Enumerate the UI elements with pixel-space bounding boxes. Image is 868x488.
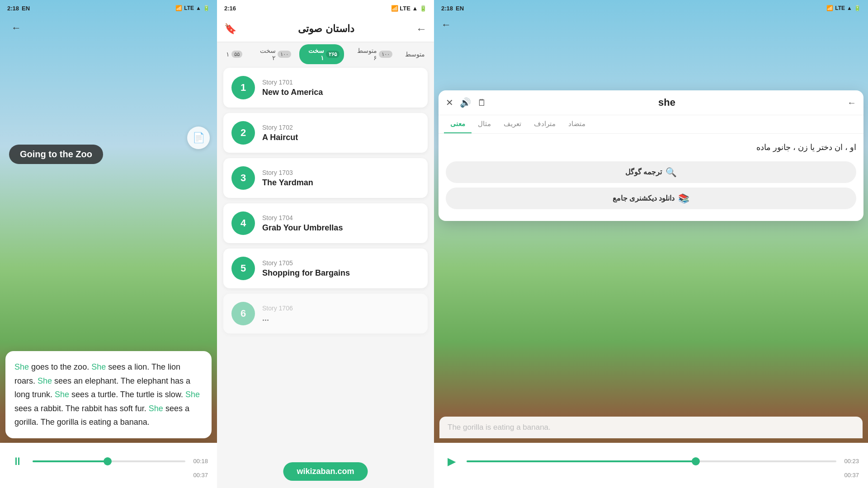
player-bar-panel1: ⏸ 00:18 00:37	[0, 443, 217, 488]
tab-mutuasit6[interactable]: ۱۰۰ متوسط ۶	[348, 44, 397, 64]
story-item-1705[interactable]: 5 Story 1705 Shopping for Bargains	[223, 249, 428, 288]
tab-55[interactable]: ۵۵ ۱	[222, 48, 247, 61]
text-segment-4: sees a turtle. The turtle is slow.	[71, 390, 185, 399]
story-name-1: New to America	[262, 88, 420, 97]
panel2-title: داستان صوتی	[298, 23, 354, 35]
google-translate-label: ترجمه گوگل	[625, 168, 662, 176]
story-list: 1 Story 1701 New to America 2 Story 1702…	[217, 63, 434, 488]
status-bar-panel2: 2:16 📶 LTE ▲ 🔋	[217, 0, 434, 16]
tab-mutuasit[interactable]: متوسط	[401, 48, 429, 61]
story-text-card: She goes to the zoo. She sees a lion. Th…	[5, 351, 212, 438]
story-title-text: Going to the Zoo	[20, 149, 92, 159]
story-label-6: Story 1706	[262, 305, 420, 312]
dict-tab-tarif[interactable]: تعریف	[497, 115, 528, 133]
status-lang-p3: EN	[456, 5, 464, 12]
signal-icon-p3: 📶	[826, 5, 833, 11]
story-label-3: Story 1703	[262, 169, 420, 176]
she-word-6[interactable]: She	[149, 404, 163, 413]
she-word-3[interactable]: She	[38, 376, 52, 385]
tab-label-4: سخت ۲	[255, 47, 276, 61]
progress-thumb[interactable]	[104, 457, 112, 465]
story-name-6: ...	[262, 314, 420, 323]
story-item-1703[interactable]: 3 Story 1703 The Yardman	[223, 158, 428, 198]
she-word-5[interactable]: She	[185, 390, 200, 399]
bookmark-icon[interactable]: 🔖	[224, 23, 236, 35]
download-dictionary-button[interactable]: 📚 دانلود دیکشنری جامع	[446, 188, 856, 209]
story-info-5: Story 1705 Shopping for Bargains	[262, 259, 420, 278]
lte-label: LTE	[184, 5, 194, 11]
speaker-icon[interactable]: 🔊	[460, 97, 471, 108]
story-number-1: 1	[231, 76, 255, 99]
she-word-2[interactable]: She	[91, 362, 106, 371]
status-time-p3: 2:18	[441, 5, 453, 12]
dict-tab-maani[interactable]: معنی	[444, 115, 472, 133]
note-button[interactable]: 📄	[187, 127, 210, 149]
note-icon: 📄	[193, 132, 205, 144]
back-arrow-icon: ←	[11, 22, 21, 34]
story-name-3: The Yardman	[262, 178, 420, 188]
tab-badge-4: ۱۰۰	[278, 51, 291, 58]
story-info-6: Story 1706 ...	[262, 305, 420, 323]
dict-meaning: او ، ان دختر یا زن ، جانور ماده	[446, 141, 856, 154]
dict-tabs: متضاد مترادف تعریف مثال معنی	[439, 115, 863, 134]
tab-sakht2[interactable]: ۱۰۰ سخت ۲	[250, 44, 296, 64]
story-item-1704[interactable]: 4 Story 1704 Grab Your Umbrellas	[223, 203, 428, 243]
progress-track-p3[interactable]	[467, 460, 836, 462]
story-item-1701[interactable]: 1 Story 1701 New to America	[223, 68, 428, 108]
signal-bars-icon: ▲	[196, 5, 201, 11]
tab-label-5: ۱	[226, 51, 230, 58]
panel-dictionary: 2:18 EN 📶 LTE ▲ 🔋 ← ✕ 🔊 🗒 she ← متضاد	[434, 0, 868, 488]
tab-sakht1[interactable]: ۲۶۵ سخت ۱	[299, 44, 344, 64]
story-item-1706[interactable]: 6 Story 1706 ...	[223, 294, 428, 333]
battery-icon: 🔋	[203, 5, 210, 11]
progress-track[interactable]	[33, 460, 185, 462]
progress-thumb-p3[interactable]	[692, 457, 700, 465]
close-icon[interactable]: ✕	[446, 97, 453, 108]
story-number-2: 2	[231, 121, 255, 145]
dictionary-popup: ✕ 🔊 🗒 she ← متضاد مترادف تعریف مثال معنی	[439, 90, 863, 221]
copy-icon[interactable]: 🗒	[477, 98, 486, 108]
status-time-lang: 2:18 EN	[7, 5, 30, 12]
status-bar-panel3: 2:18 EN 📶 LTE ▲ 🔋	[434, 0, 868, 16]
download-dict-label: دانلود دیکشنری جامع	[613, 194, 675, 202]
she-word-4[interactable]: She	[55, 390, 69, 399]
signal-icon-p2: 📶	[391, 5, 398, 12]
story-name-2: A Haircut	[262, 133, 420, 142]
pause-button[interactable]: ⏸	[9, 453, 26, 470]
signal-icon: 📶	[175, 5, 182, 11]
status-time-lang-p3: 2:18 EN	[441, 5, 464, 12]
dict-tab-mutazad[interactable]: متضاد	[562, 115, 592, 133]
back-button[interactable]: ←	[7, 19, 25, 37]
text-segment-5: sees a rabbit. The rabbit has soft fur.	[14, 404, 149, 413]
time-labels-p3: 00:37	[443, 472, 859, 479]
story-label-4: Story 1704	[262, 214, 420, 221]
story-info-4: Story 1704 Grab Your Umbrellas	[262, 214, 420, 233]
dict-back-icon[interactable]: ←	[847, 98, 856, 108]
lte-label-p2: LTE	[400, 5, 410, 12]
battery-icon-p3: 🔋	[854, 5, 861, 11]
battery-icon-p2: 🔋	[420, 5, 427, 12]
she-word-1[interactable]: She	[14, 362, 29, 371]
progress-fill	[33, 460, 108, 462]
dict-tab-mutaradif[interactable]: مترادف	[528, 115, 562, 133]
back-button-p3[interactable]: ←	[441, 19, 451, 31]
tab-badge-2: ۱۰۰	[379, 51, 392, 58]
dict-header-icons: ✕ 🔊 🗒	[446, 97, 486, 108]
back-button-p2[interactable]: ←	[416, 23, 427, 35]
story-label-2: Story 1702	[262, 124, 420, 131]
total-time-p3: 00:37	[844, 472, 859, 479]
story-item-1702[interactable]: 2 Story 1702 A Haircut	[223, 113, 428, 153]
status-icons-p2: 📶 LTE ▲ 🔋	[391, 5, 427, 12]
status-time-p2: 2:16	[224, 5, 236, 12]
current-time: 00:18	[192, 458, 208, 465]
status-bar-panel1: 2:18 EN 📶 LTE ▲ 🔋	[0, 0, 217, 16]
play-button-p3[interactable]: ▶	[443, 453, 460, 470]
tab-label-3: سخت ۱	[304, 47, 325, 61]
player-controls-p3: ▶ 00:23	[443, 453, 859, 470]
story-label-5: Story 1705	[262, 259, 420, 267]
story-info-1: Story 1701 New to America	[262, 79, 420, 97]
tab-badge-3: ۲۶۵	[326, 51, 340, 58]
google-translate-button[interactable]: 🔍 ترجمه گوگل	[446, 161, 856, 183]
dict-tab-mesal[interactable]: مثال	[472, 115, 497, 133]
status-icons-p3: 📶 LTE ▲ 🔋	[826, 5, 861, 11]
